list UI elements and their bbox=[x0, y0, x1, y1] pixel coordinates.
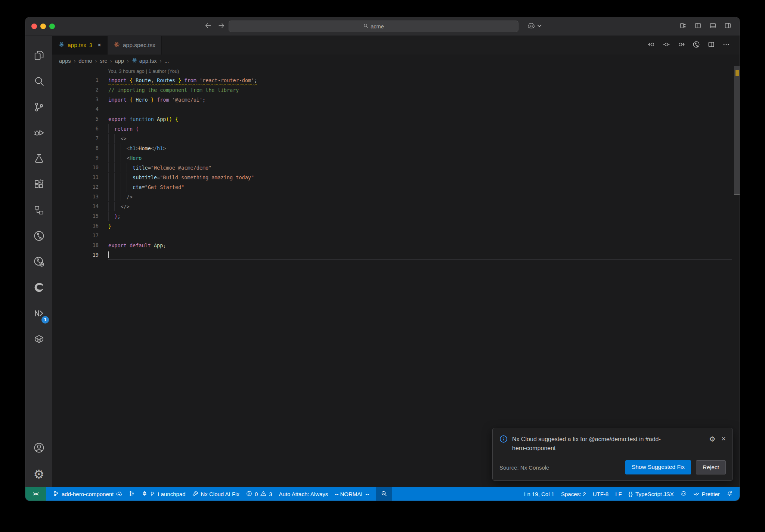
code-line[interactable]: 18export default App; bbox=[52, 240, 740, 250]
auto-attach-item[interactable]: Auto Attach: Always bbox=[276, 487, 332, 501]
line-number[interactable]: 14 bbox=[52, 201, 99, 211]
line-number[interactable]: 19 bbox=[52, 250, 99, 260]
code-line[interactable]: 3import { Hero } from '@acme/ui'; bbox=[52, 95, 740, 104]
activity-bar-item-nx-console[interactable]: 1 bbox=[25, 301, 52, 327]
breadcrumb-item[interactable]: apps bbox=[59, 58, 71, 64]
line-number[interactable]: 12 bbox=[52, 182, 99, 192]
last-edit-location-icon[interactable] bbox=[663, 41, 670, 50]
command-center-search[interactable]: acme bbox=[229, 21, 518, 32]
code-line[interactable]: 19 bbox=[52, 250, 740, 260]
close-window-button[interactable] bbox=[31, 24, 37, 29]
code-line[interactable]: 2// importing the component from the lib… bbox=[52, 85, 740, 95]
forward-arrow-icon[interactable] bbox=[218, 22, 225, 31]
indentation-item[interactable]: Spaces: 2 bbox=[558, 487, 589, 501]
breadcrumb-item[interactable]: app.tsx bbox=[132, 58, 157, 64]
breadcrumb-item[interactable]: demo bbox=[78, 58, 92, 64]
vim-mode-item[interactable]: -- NORMAL -- bbox=[331, 487, 372, 501]
activity-bar-item-accounts[interactable] bbox=[25, 436, 52, 461]
activity-bar-item-containers[interactable] bbox=[25, 327, 52, 353]
line-number[interactable]: 8 bbox=[52, 143, 99, 153]
line-number[interactable]: 4 bbox=[52, 104, 99, 114]
code-line[interactable]: 15); bbox=[52, 211, 740, 221]
remote-indicator[interactable]: >< bbox=[25, 487, 46, 501]
tab-app-spec-tsx[interactable]: app.spec.tsx bbox=[108, 36, 162, 55]
split-editor-icon[interactable] bbox=[707, 41, 715, 50]
code-line[interactable]: 11subtitle="Build something amazing toda… bbox=[52, 172, 740, 182]
code-line[interactable]: 1import { Route, Routes } from 'react-ro… bbox=[52, 75, 740, 85]
line-number[interactable]: 17 bbox=[52, 231, 99, 240]
line-number[interactable]: 5 bbox=[52, 114, 99, 124]
copilot-icon[interactable] bbox=[527, 22, 535, 31]
breadcrumb-item[interactable]: src bbox=[100, 58, 107, 64]
toggle-secondary-sidebar-icon[interactable] bbox=[724, 22, 731, 31]
code-line[interactable]: 5export function App() { bbox=[52, 114, 740, 124]
activity-bar-item-testing[interactable] bbox=[25, 146, 52, 172]
breadcrumb[interactable]: apps›demo›src›app›app.tsx›... bbox=[52, 55, 740, 67]
toggle-panel-icon[interactable] bbox=[709, 22, 716, 31]
activity-bar-item-explorer[interactable] bbox=[25, 43, 52, 69]
code-line[interactable]: 4 bbox=[52, 104, 740, 114]
editor-scrollbar[interactable] bbox=[734, 55, 740, 487]
line-number[interactable]: 7 bbox=[52, 133, 99, 143]
git-branch-item[interactable]: add-hero-component bbox=[50, 487, 126, 501]
nx-cloud-ai-fix-item[interactable]: Nx Cloud AI Fix bbox=[189, 487, 243, 501]
activity-bar-item-source-control[interactable] bbox=[25, 95, 52, 121]
problems-item[interactable]: 0 3 bbox=[243, 487, 276, 501]
encoding-item[interactable]: UTF-8 bbox=[589, 487, 612, 501]
close-tab-icon[interactable]: × bbox=[97, 41, 101, 49]
line-number[interactable]: 16 bbox=[52, 221, 99, 231]
navigate-forward-icon[interactable] bbox=[678, 41, 685, 50]
notification-close-icon[interactable]: × bbox=[721, 435, 726, 442]
code-line[interactable]: 6return ( bbox=[52, 124, 740, 133]
line-number[interactable]: 3 bbox=[52, 95, 99, 104]
customize-layout-icon[interactable] bbox=[679, 22, 687, 31]
toggle-primary-sidebar-icon[interactable] bbox=[694, 22, 701, 31]
cursor-position-item[interactable]: Ln 19, Col 1 bbox=[521, 487, 558, 501]
line-number[interactable]: 11 bbox=[52, 172, 99, 182]
activity-bar-item-settings[interactable]: ⚙ bbox=[25, 461, 52, 487]
activity-bar-item-commit-graph[interactable] bbox=[25, 224, 52, 250]
code-line[interactable]: 16} bbox=[52, 221, 740, 231]
activity-bar-item-search[interactable] bbox=[25, 69, 52, 95]
editor[interactable]: apps›demo›src›app›app.tsx›... You, 3 hou… bbox=[52, 55, 740, 487]
breadcrumb-item[interactable]: ... bbox=[164, 58, 169, 64]
line-number[interactable]: 18 bbox=[52, 240, 99, 250]
code-line[interactable]: 9<Hero bbox=[52, 153, 740, 163]
code-line[interactable]: 13/> bbox=[52, 192, 740, 201]
code-lines[interactable]: 1import { Route, Routes } from 'react-ro… bbox=[52, 75, 740, 260]
notification-settings-gear-icon[interactable]: ⚙ bbox=[709, 435, 715, 443]
code-line[interactable]: 7<> bbox=[52, 133, 740, 143]
line-number[interactable]: 6 bbox=[52, 124, 99, 133]
activity-bar-item-run-and-debug[interactable] bbox=[25, 121, 52, 146]
navigate-back-icon[interactable] bbox=[648, 41, 655, 50]
minimize-window-button[interactable] bbox=[40, 24, 46, 29]
tab-app-tsx[interactable]: app.tsx 3 × bbox=[52, 36, 108, 55]
commit-graph-icon[interactable] bbox=[693, 41, 700, 50]
line-number[interactable]: 13 bbox=[52, 192, 99, 201]
scrollbar-thumb[interactable] bbox=[734, 66, 740, 195]
formatter-item[interactable]: Prettier bbox=[690, 487, 723, 501]
show-suggested-fix-button[interactable]: Show Suggested Fix bbox=[625, 460, 691, 474]
breadcrumb-item[interactable]: app bbox=[115, 58, 124, 64]
line-number[interactable]: 15 bbox=[52, 211, 99, 221]
line-number[interactable]: 9 bbox=[52, 153, 99, 163]
activity-bar-item-edge-tools[interactable] bbox=[25, 275, 52, 301]
launchpad-item[interactable]: Launchpad bbox=[138, 487, 189, 501]
code-line[interactable]: 14</> bbox=[52, 201, 740, 211]
line-number[interactable]: 1 bbox=[52, 75, 99, 85]
line-number[interactable]: 10 bbox=[52, 163, 99, 172]
activity-bar-item-hierarchy[interactable] bbox=[25, 198, 52, 224]
code-line[interactable]: 17 bbox=[52, 231, 740, 240]
zoom-window-button[interactable] bbox=[49, 24, 55, 29]
activity-bar-item-extensions[interactable] bbox=[25, 172, 52, 198]
line-number[interactable]: 2 bbox=[52, 85, 99, 95]
screencast-zoom-item[interactable] bbox=[376, 487, 392, 501]
source-control-graph-item[interactable] bbox=[126, 487, 138, 501]
back-arrow-icon[interactable] bbox=[205, 22, 212, 31]
code-line[interactable]: 12cta="Get Started" bbox=[52, 182, 740, 192]
eol-item[interactable]: LF bbox=[612, 487, 625, 501]
code-line[interactable]: 10title="Welcmoe @acme/demo" bbox=[52, 163, 740, 172]
reject-button[interactable]: Reject bbox=[696, 460, 726, 474]
chevron-down-icon[interactable] bbox=[536, 22, 543, 31]
copilot-status-item[interactable] bbox=[677, 487, 690, 501]
